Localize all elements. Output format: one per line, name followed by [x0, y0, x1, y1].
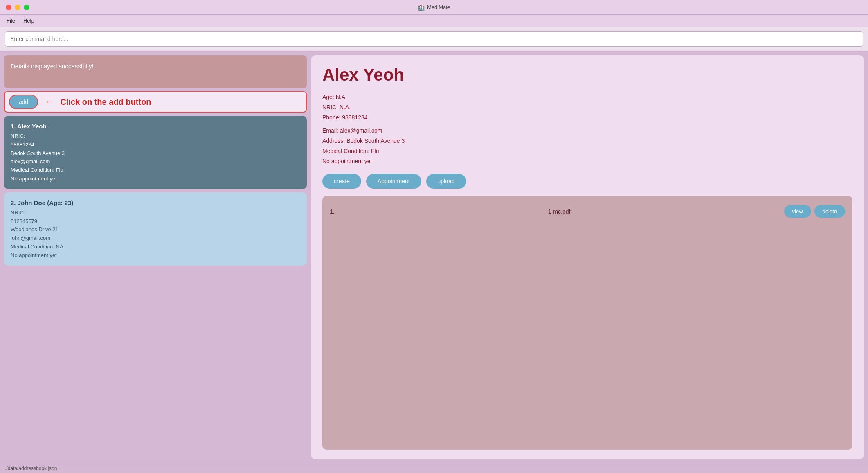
maximize-button[interactable] — [24, 5, 29, 10]
add-hint-arrow: ← — [45, 97, 54, 107]
detail-appointment-status: No appointment yet — [322, 156, 852, 167]
close-button[interactable] — [6, 5, 11, 10]
left-panel: Details displayed successfully! add ← Cl… — [4, 55, 307, 459]
status-box: Details displayed successfully! — [4, 55, 307, 88]
menu-file[interactable]: File — [7, 18, 15, 24]
add-bar: add ← Click on the add button — [4, 91, 307, 113]
status-message: Details displayed successfully! — [11, 63, 94, 70]
status-path: ./data/addressbook.json — [5, 466, 57, 471]
detail-phone: Phone: 98881234 — [322, 113, 852, 123]
patient-address-1: Bedok South Avenue 3 — [11, 149, 300, 158]
patient-list: 1. Alex Yeoh NRIC: 98881234 Bedok South … — [4, 116, 307, 266]
patient-condition-1: Medical Condition: Flu — [11, 166, 300, 175]
upload-button[interactable]: upload — [426, 174, 466, 189]
detail-email: Email: alex@gmail.com — [322, 126, 852, 136]
add-button[interactable]: add — [9, 95, 38, 109]
detail-patient-name: Alex Yeoh — [322, 65, 852, 85]
detail-nric: NRIC: N.A. — [322, 102, 852, 113]
patient-appointment-1: No appointment yet — [11, 175, 300, 183]
patient-email-2: john@gmail.com — [11, 234, 300, 243]
patient-nric-label-1: NRIC: — [11, 132, 300, 141]
patient-nric-label-2: NRIC: — [11, 209, 300, 217]
detail-address: Address: Bedok South Avenue 3 — [322, 136, 852, 146]
patient-address-2: Woodlands Drive 21 — [11, 225, 300, 234]
appointment-button[interactable]: Appointment — [366, 174, 421, 189]
app-title: 🏥 MediMate — [418, 4, 450, 11]
menu-bar: File Help — [0, 15, 868, 27]
patient-appointment-2: No appointment yet — [11, 251, 300, 260]
delete-doc-button-1[interactable]: delete — [814, 205, 845, 218]
doc-actions-1: view delete — [784, 205, 845, 218]
detail-condition: Medical Condition: Flu — [322, 146, 852, 156]
action-buttons: create Appointment upload — [322, 174, 852, 189]
command-bar — [0, 27, 868, 51]
create-button[interactable]: create — [322, 174, 361, 189]
patient-name-1: 1. Alex Yeoh — [11, 122, 300, 131]
menu-help[interactable]: Help — [23, 18, 34, 24]
patient-card-1[interactable]: 1. Alex Yeoh NRIC: 98881234 Bedok South … — [4, 116, 307, 189]
window-controls — [6, 5, 29, 10]
command-input[interactable] — [5, 31, 863, 47]
minimize-button[interactable] — [15, 5, 20, 10]
patient-phone-2: 812345679 — [11, 217, 300, 226]
detail-info: Age: N.A. NRIC: N.A. Phone: 98881234 Ema… — [322, 92, 852, 167]
main-content: Details displayed successfully! add ← Cl… — [0, 51, 868, 464]
status-bar: ./data/addressbook.json — [0, 464, 868, 473]
app-title-text: MediMate — [427, 4, 450, 10]
patient-name-2: 2. John Doe (Age: 23) — [11, 198, 300, 208]
documents-panel: 1. 1-mc.pdf view delete — [322, 196, 852, 450]
detail-age: Age: N.A. — [322, 92, 852, 102]
title-bar: 🏥 MediMate — [0, 0, 868, 15]
add-hint-text: Click on the add button — [60, 97, 151, 107]
doc-filename-1: 1-mc.pdf — [548, 208, 570, 215]
document-row-1: 1. 1-mc.pdf view delete — [328, 202, 847, 221]
doc-index-1: 1. — [330, 208, 335, 215]
view-doc-button-1[interactable]: view — [784, 205, 811, 218]
patient-card-2[interactable]: 2. John Doe (Age: 23) NRIC: 812345679 Wo… — [4, 192, 307, 266]
patient-age-2: (Age: 23) — [47, 199, 73, 206]
patient-phone-1: 98881234 — [11, 141, 300, 149]
right-panel: Alex Yeoh Age: N.A. NRIC: N.A. Phone: 98… — [311, 55, 864, 459]
patient-condition-2: Medical Condition: NA — [11, 243, 300, 251]
app-icon: 🏥 — [418, 4, 425, 11]
patient-email-1: alex@gmail.com — [11, 158, 300, 166]
